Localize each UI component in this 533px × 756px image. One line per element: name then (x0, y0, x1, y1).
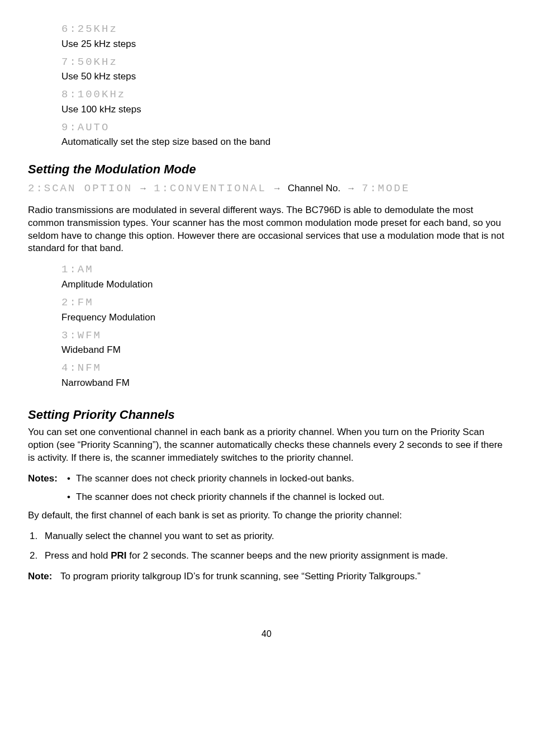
step-text-bold: PRI (111, 550, 126, 561)
option-code: 1:AM (61, 263, 505, 277)
page-number: 40 (28, 628, 505, 640)
option-code: 3:WFM (61, 329, 505, 343)
notes-label-spacer (28, 491, 67, 504)
priority-heading: Setting Priority Channels (28, 407, 505, 423)
option-code: 8:100KHz (61, 88, 505, 102)
option-item: 1:AM Amplitude Modulation (61, 263, 505, 291)
note-label: Note: (28, 570, 60, 583)
modulation-options: 1:AM Amplitude Modulation 2:FM Frequency… (61, 263, 505, 389)
option-item: 9:AUTO Automatically set the step size b… (61, 121, 505, 149)
notes-row: • The scanner does not check priority ch… (28, 491, 505, 504)
arrow-icon: → (273, 183, 282, 193)
modulation-body: Radio transmissions are modulated in sev… (28, 204, 505, 256)
option-desc: Use 100 kHz steps (61, 103, 505, 116)
option-item: 6:25KHz Use 25 kHz steps (61, 22, 505, 51)
option-code: 2:FM (61, 296, 505, 310)
step-text-suffix: for 2 seconds. The scanner beeps and the… (126, 550, 448, 561)
option-desc: Narrowband FM (61, 377, 505, 390)
arrow-icon: → (346, 183, 355, 193)
note-text: To program priority talkgroup ID’s for t… (60, 570, 421, 583)
option-item: 3:WFM Wideband FM (61, 329, 505, 357)
step-size-options: 6:25KHz Use 25 kHz steps 7:50KHz Use 50 … (61, 22, 505, 149)
notes-row: Notes: • The scanner does not check prio… (28, 472, 505, 485)
option-code: 6:25KHz (61, 22, 505, 37)
option-desc: Amplitude Modulation (61, 278, 505, 291)
note-text: The scanner does not check priority chan… (76, 472, 354, 485)
option-desc: Use 25 kHz steps (61, 38, 505, 51)
option-item: 4:NFM Narrowband FM (61, 361, 505, 390)
option-item: 7:50KHz Use 50 kHz steps (61, 55, 505, 84)
note-text: The scanner does not check priority chan… (76, 491, 384, 504)
menu-path: 2:SCAN OPTION → 1:CONVENTIONAL → Channel… (28, 181, 505, 196)
modulation-heading: Setting the Modulation Mode (28, 161, 505, 178)
option-item: 8:100KHz Use 100 kHz steps (61, 88, 505, 116)
path-segment: 2:SCAN OPTION (28, 182, 132, 195)
priority-body: You can set one conventional channel in … (28, 426, 505, 465)
bullet-icon: • (67, 472, 76, 485)
option-desc: Wideband FM (61, 344, 505, 357)
note-row: Note: To program priority talkgroup ID’s… (28, 570, 505, 583)
option-item: 2:FM Frequency Modulation (61, 296, 505, 324)
option-code: 7:50KHz (61, 55, 505, 70)
notes-label: Notes: (28, 472, 67, 485)
priority-steps: Manually select the channel you want to … (28, 530, 505, 563)
path-segment: Channel No. (288, 183, 341, 193)
step-item: Manually select the channel you want to … (40, 530, 505, 543)
path-segment: 7:MODE (361, 182, 410, 195)
option-desc: Use 50 kHz steps (61, 70, 505, 83)
step-text-prefix: Press and hold (45, 550, 111, 561)
option-code: 9:AUTO (61, 121, 505, 135)
path-segment: 1:CONVENTIONAL (154, 182, 266, 195)
option-desc: Frequency Modulation (61, 311, 505, 324)
step-item: Press and hold PRI for 2 seconds. The sc… (40, 550, 505, 563)
bullet-icon: • (67, 491, 76, 504)
option-desc: Automatically set the step size based on… (61, 136, 505, 149)
priority-default: By default, the first channel of each ba… (28, 509, 505, 522)
arrow-icon: → (139, 183, 147, 193)
option-code: 4:NFM (61, 361, 505, 376)
